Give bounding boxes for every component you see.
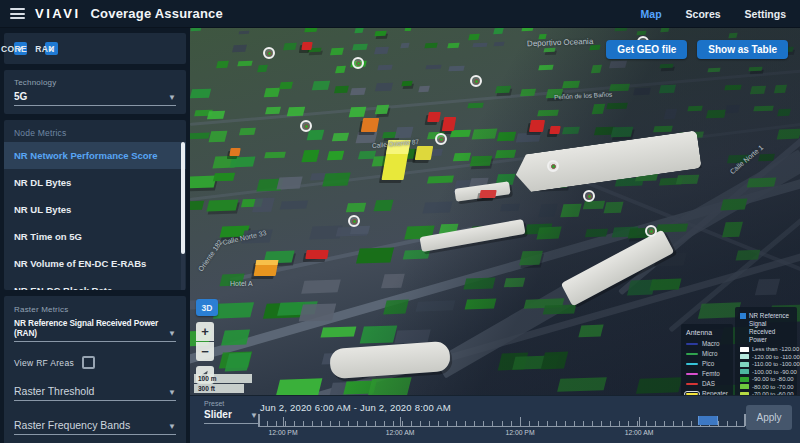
zoom-in-button[interactable]: + <box>196 322 214 341</box>
tick-mark <box>429 421 430 426</box>
tick-mark <box>691 421 692 426</box>
tick-mark <box>502 421 503 426</box>
legend-swatch <box>740 369 749 374</box>
raster-cell <box>257 65 268 73</box>
node-metric-item[interactable]: NR UL Bytes <box>4 196 186 223</box>
tick-mark <box>556 421 557 426</box>
antenna-marker-icon[interactable] <box>352 57 364 69</box>
scale-metric: 100 m <box>194 374 252 383</box>
raster-cell <box>346 203 366 213</box>
antenna-marker-icon[interactable] <box>300 120 312 132</box>
get-geo-file-button[interactable]: Get GEO file <box>606 40 687 59</box>
tick-mark <box>682 421 683 426</box>
tick-mark <box>321 421 322 426</box>
scrollbar[interactable] <box>181 142 185 290</box>
tick-mark <box>583 421 584 426</box>
antenna-marker-icon[interactable] <box>645 225 657 237</box>
technology-select[interactable]: 5G ▼ <box>14 91 176 106</box>
raster-cell <box>356 247 394 263</box>
raster-cell <box>470 156 492 166</box>
raster-cell <box>367 377 411 395</box>
raster-cell <box>521 28 533 31</box>
antenna-marker-icon[interactable] <box>435 133 447 145</box>
raster-cell <box>464 277 496 289</box>
antenna-legend-row: Micro <box>686 350 728 357</box>
raster-cell <box>538 64 554 69</box>
raster-cell <box>419 86 430 93</box>
zoom-out-button[interactable]: − <box>196 342 214 361</box>
node-metric-item[interactable]: NR Volume of EN-DC E-RABs <box>4 250 186 277</box>
raster-cell <box>453 152 471 160</box>
scrollbar-thumb[interactable] <box>181 142 185 254</box>
raster-metric-select[interactable]: NR Reference Signal Received Power (RAN)… <box>14 318 176 342</box>
raster-cell <box>500 203 520 211</box>
raster-cell <box>472 128 498 139</box>
building <box>419 219 525 252</box>
antenna-marker-icon[interactable] <box>348 215 360 227</box>
legend-swatch <box>740 362 749 367</box>
preset-select[interactable]: Slider ▼ <box>204 409 258 424</box>
view-rf-areas-checkbox[interactable] <box>82 356 95 369</box>
raster-cell <box>237 61 252 67</box>
legend-label: DAS <box>702 380 715 387</box>
antenna-marker-icon[interactable] <box>547 160 559 172</box>
raster-cell <box>725 104 740 113</box>
legend-collapse-icon[interactable] <box>740 313 746 319</box>
raster-cell <box>583 201 605 209</box>
legend-label: Macro <box>702 340 720 347</box>
antenna-marker-icon[interactable] <box>263 47 275 59</box>
raster-cell <box>348 106 366 117</box>
raster-cell <box>360 325 397 343</box>
apply-button[interactable]: Apply <box>746 405 792 430</box>
raster-hotspot-cell <box>427 112 441 122</box>
raster-cell <box>749 67 763 72</box>
raster-threshold-select[interactable]: Raster Threshold ▼ <box>14 385 176 401</box>
raster-cell <box>383 299 409 314</box>
raster-cell <box>495 150 517 159</box>
timeline-bar: Preset Slider ▼ Jun 2, 2020 6:00 AM - Ju… <box>190 395 800 443</box>
raster-cell <box>400 43 409 48</box>
raster-cell <box>216 61 229 68</box>
antenna-marker-icon[interactable] <box>470 75 482 87</box>
raster-cell <box>736 249 761 259</box>
tick-mark <box>357 421 358 426</box>
nav-item-scores[interactable]: Scores <box>686 8 721 20</box>
map-canvas[interactable]: Deportivo OceaniaPeñón de los BañosCalle… <box>190 28 800 395</box>
raster-cell <box>332 133 350 141</box>
raster-cell <box>721 198 748 209</box>
raster-cell <box>238 31 249 35</box>
tick-mark <box>276 421 277 426</box>
nav-item-settings[interactable]: Settings <box>745 8 786 20</box>
map-action-buttons: Get GEO fileShow as Table <box>606 40 788 59</box>
rsrp-legend-row: -80.00 to -70.00 <box>740 384 792 390</box>
node-metric-item[interactable]: NR Time on 5G <box>4 223 186 250</box>
map-3d-toggle-button[interactable]: 3D <box>196 299 218 316</box>
show-as-table-button[interactable]: Show as Table <box>697 40 788 59</box>
tick-mark-major <box>639 417 640 426</box>
raster-cell <box>562 127 579 134</box>
tick-mark <box>718 421 719 426</box>
raster-cell <box>585 228 608 236</box>
time-selection-range[interactable] <box>698 416 718 425</box>
rsrp-legend-row: -110.00 to -100.00 <box>740 361 792 367</box>
raster-cell <box>755 278 780 295</box>
raster-cell <box>301 279 341 293</box>
node-metric-item[interactable]: NR DL Bytes <box>4 169 186 196</box>
node-metric-item[interactable]: NR EN-DC Block Rate <box>4 277 186 290</box>
raster-cell <box>493 28 504 34</box>
raster-metrics-title: Raster Metrics <box>14 305 176 314</box>
menu-icon[interactable] <box>10 8 25 19</box>
raster-cell <box>265 106 281 113</box>
time-slider[interactable] <box>258 412 745 427</box>
node-metric-item[interactable]: NR Network Performance Score <box>4 142 186 169</box>
raster-cell <box>592 104 605 114</box>
legend-label: -100.00 to -90.00 <box>752 369 797 375</box>
raster-frequency-bands-select[interactable]: Raster Frequency Bands ▼ <box>14 419 176 435</box>
tick-mark <box>339 421 340 426</box>
antenna-marker-icon[interactable] <box>583 190 595 202</box>
street-label: Deportivo Oceania <box>527 37 594 48</box>
tick-mark <box>637 421 638 426</box>
nav-item-map[interactable]: Map <box>641 8 662 20</box>
tick-mark <box>655 421 656 426</box>
raster-cell <box>350 87 366 95</box>
